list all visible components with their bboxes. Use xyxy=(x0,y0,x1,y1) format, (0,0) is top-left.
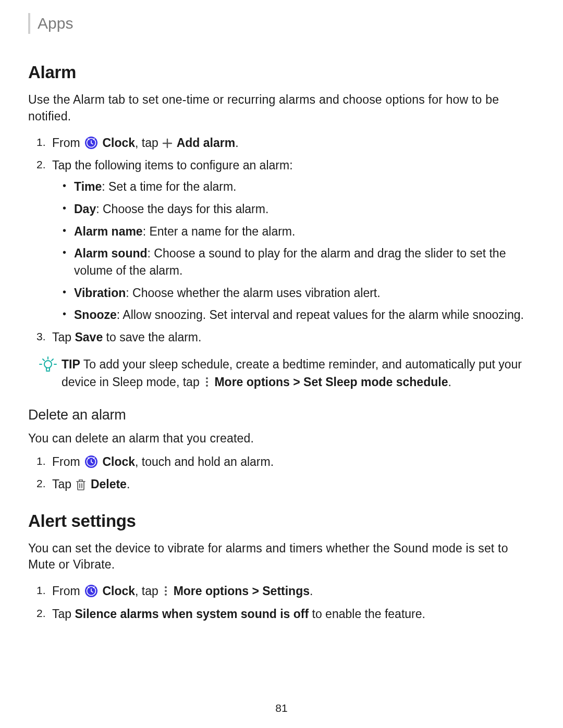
tip-block: TIP To add your sleep schedule, create a… xyxy=(39,355,535,391)
text: Tap xyxy=(52,477,75,491)
text: , touch and hold an alarm. xyxy=(135,455,274,468)
more-options-icon xyxy=(204,376,210,388)
desc: : Allow snoozing. Set interval and repea… xyxy=(117,308,524,322)
alert-step-1: From Clock, tap More options > Settings. xyxy=(52,583,535,600)
more-options-label: More options xyxy=(214,375,289,389)
alert-intro: You can set the device to vibrate for al… xyxy=(28,540,535,573)
header-vertical-bar xyxy=(28,13,30,34)
clock-label: Clock xyxy=(102,136,135,150)
text: to enable the feature. xyxy=(309,607,425,621)
tip-label: TIP xyxy=(62,357,80,371)
lightbulb-icon xyxy=(39,355,57,374)
svg-point-11 xyxy=(165,590,167,592)
delete-intro: You can delete an alarm that you created… xyxy=(28,430,535,447)
text: to save the alarm. xyxy=(103,330,201,344)
text: From xyxy=(52,584,83,598)
alarm-steps: From Clock, tap Add alarm. Tap the follo… xyxy=(28,134,535,347)
section-alert-settings: Alert settings You can set the device to… xyxy=(28,509,535,623)
text: From xyxy=(52,136,83,150)
alarm-intro: Use the Alarm tab to set one-time or rec… xyxy=(28,92,535,125)
term: Alarm sound xyxy=(74,246,148,260)
list-item: Alarm sound: Choose a sound to play for … xyxy=(74,245,535,279)
gt: > xyxy=(249,584,262,598)
list-item: Time: Set a time for the alarm. xyxy=(74,178,535,195)
alert-step-2: Tap Silence alarms when system sound is … xyxy=(52,606,535,623)
list-item: Snooze: Allow snoozing. Set interval and… xyxy=(74,306,535,324)
delete-step-2: Tap Delete. xyxy=(52,476,535,493)
gt: > xyxy=(290,375,303,389)
clock-icon xyxy=(84,455,98,468)
page-header: Apps xyxy=(28,13,535,34)
clock-label: Clock xyxy=(102,584,135,598)
text: From xyxy=(52,455,83,468)
svg-point-3 xyxy=(206,377,208,379)
svg-point-5 xyxy=(206,385,208,387)
term: Snooze xyxy=(74,308,117,322)
save-label: Save xyxy=(75,330,103,344)
plus-icon xyxy=(162,138,173,149)
text: . xyxy=(235,136,238,150)
text: Tap xyxy=(52,607,75,621)
svg-point-2 xyxy=(44,361,52,368)
text: . xyxy=(310,584,313,598)
heading-delete-alarm: Delete an alarm xyxy=(28,405,535,425)
list-item: Day: Choose the days for this alarm. xyxy=(74,201,535,218)
text: Tap the following items to configure an … xyxy=(52,158,293,172)
clock-icon xyxy=(84,584,98,598)
text: . xyxy=(448,375,451,389)
silence-label: Silence alarms when system sound is off xyxy=(75,607,309,621)
alarm-step-3: Tap Save to save the alarm. xyxy=(52,329,535,346)
clock-icon xyxy=(84,136,98,150)
desc: : Set a time for the alarm. xyxy=(102,180,236,193)
svg-point-4 xyxy=(206,381,208,383)
add-alarm-label: Add alarm xyxy=(177,136,235,150)
tip-text: TIP To add your sleep schedule, create a… xyxy=(62,355,535,391)
set-sleep-label: Set Sleep mode schedule xyxy=(303,375,448,389)
trash-icon xyxy=(75,478,87,491)
text: Tap xyxy=(52,330,75,344)
text: , tap xyxy=(135,136,162,150)
delete-steps: From Clock, touch and hold an alarm. Tap… xyxy=(28,453,535,493)
term: Alarm name xyxy=(74,225,143,238)
alarm-step-1: From Clock, tap Add alarm. xyxy=(52,134,535,152)
section-alarm: Alarm Use the Alarm tab to set one-time … xyxy=(28,60,535,493)
more-options-label: More options xyxy=(174,584,249,598)
svg-point-12 xyxy=(165,594,167,596)
desc: : Choose whether the alarm uses vibratio… xyxy=(126,286,380,300)
delete-step-1: From Clock, touch and hold an alarm. xyxy=(52,453,535,471)
list-item: Vibration: Choose whether the alarm uses… xyxy=(74,285,535,302)
breadcrumb: Apps xyxy=(38,13,73,34)
settings-label: Settings xyxy=(262,584,310,598)
desc: : Enter a name for the alarm. xyxy=(143,225,296,238)
term: Vibration xyxy=(74,286,126,300)
list-item: Alarm name: Enter a name for the alarm. xyxy=(74,223,535,240)
text: . xyxy=(127,477,130,491)
heading-alarm: Alarm xyxy=(28,60,535,84)
more-options-icon xyxy=(163,585,169,597)
heading-alert-settings: Alert settings xyxy=(28,509,535,533)
term: Time xyxy=(74,180,102,193)
term: Day xyxy=(74,202,96,216)
desc: : Choose the days for this alarm. xyxy=(96,202,268,216)
delete-label: Delete xyxy=(91,477,127,491)
alarm-step-2: Tap the following items to configure an … xyxy=(52,157,535,324)
clock-label: Clock xyxy=(102,455,135,468)
page-number: 81 xyxy=(0,700,563,715)
alert-steps: From Clock, tap More options > Settings.… xyxy=(28,583,535,623)
alarm-config-list: Time: Set a time for the alarm. Day: Cho… xyxy=(52,178,535,324)
svg-point-10 xyxy=(165,586,167,588)
text: , tap xyxy=(135,584,162,598)
